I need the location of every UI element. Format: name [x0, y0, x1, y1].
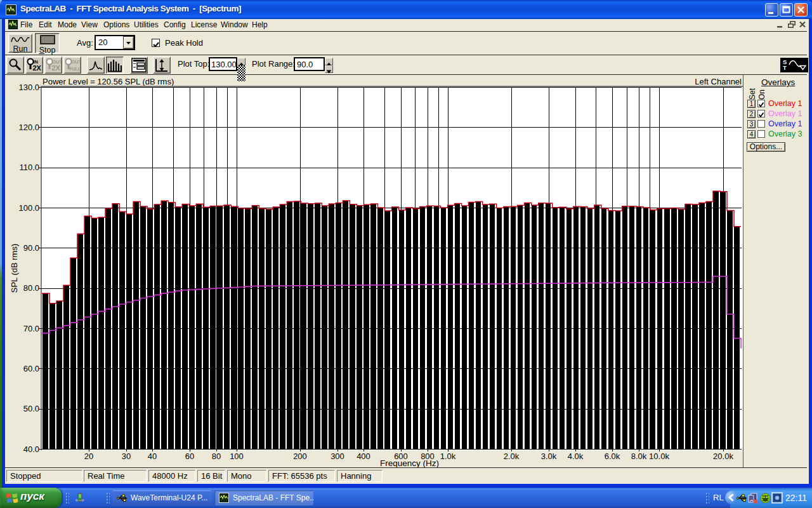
svg-text:2X: 2X	[52, 64, 61, 72]
svg-text:OUT: OUT	[72, 59, 81, 65]
svg-text:p: p	[82, 498, 84, 502]
svg-text:q: q	[75, 498, 77, 502]
svg-text:FULL: FULL	[70, 67, 81, 71]
svg-text:2X: 2X	[33, 64, 42, 72]
